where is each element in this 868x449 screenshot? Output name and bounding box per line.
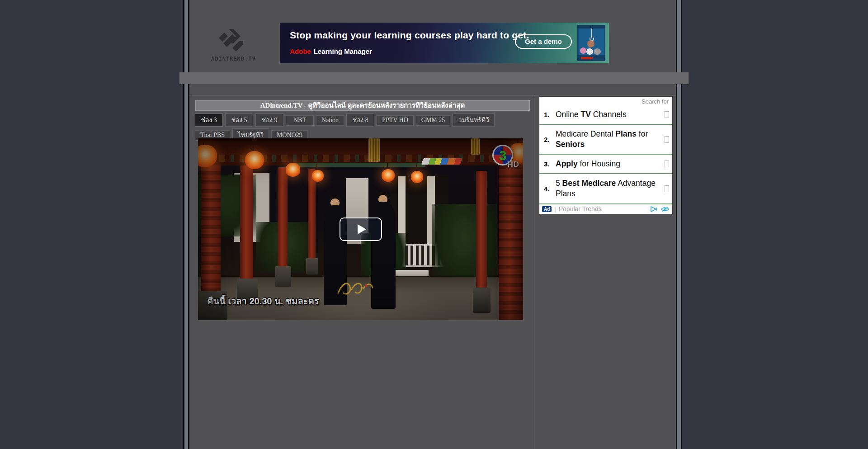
lantern	[312, 170, 324, 182]
column-pedestal	[306, 258, 318, 274]
chevron-right-icon	[665, 111, 669, 118]
lantern	[286, 163, 300, 177]
main-column: ADintrend.TV - ดูทีวีออนไลน์ ดูละครย้อนห…	[189, 95, 534, 449]
page-title: ADintrend.TV - ดูทีวีออนไลน์ ดูละครย้อนห…	[195, 100, 530, 111]
video-caption: คืนนี้ เวลา 20.30 น. ชมละคร	[207, 294, 319, 308]
drama-title-logo	[335, 278, 375, 298]
chevron-right-icon	[665, 185, 669, 192]
lantern	[411, 171, 423, 183]
channel-tab[interactable]: ช่อง 5	[225, 113, 253, 127]
play-button[interactable]	[340, 217, 382, 241]
channel-tab[interactable]: PPTV HD	[377, 115, 414, 126]
red-column	[476, 171, 487, 291]
channel-tab[interactable]: NBT	[286, 115, 314, 126]
page: ADINTREND.TV Stop making your learning c…	[0, 0, 868, 449]
channel-tabs: ช่อง 3ช่อง 5ช่อง 9NBTNationช่อง 8PPTV HD…	[195, 113, 529, 142]
content-row: ADintrend.TV - ดูทีวีออนไลน์ ดูละครย้อนห…	[189, 95, 676, 449]
banner-brand-line: AdobeLearning Manager	[290, 47, 372, 55]
ad-list-item[interactable]: 4.5 Best Medicare Advantage Plans	[539, 173, 672, 203]
ad-footer-divider: |	[554, 206, 556, 213]
banner-headline: Stop making your learning courses play h…	[290, 30, 529, 41]
ad-item-number: 1.	[544, 111, 556, 118]
video-player[interactable]: 3 HD คืนนี้ เวลา 20.30 น. ชมละคร	[198, 138, 523, 320]
scene-beam	[289, 163, 425, 167]
popular-trends-label: Popular Trends	[559, 205, 650, 213]
red-column	[278, 167, 288, 269]
ad-badge: Ad	[542, 206, 552, 212]
channel-tab[interactable]: ช่อง 8	[346, 113, 374, 127]
ad-list-item[interactable]: 1.Online TV Channels	[539, 105, 672, 124]
ad-item-text: 5 Best Medicare Advantage Plans	[556, 178, 662, 199]
gold-tassel	[368, 138, 379, 162]
site-logo-icon	[217, 28, 245, 54]
red-column	[201, 162, 221, 298]
lantern	[382, 169, 395, 182]
adchoices-icon[interactable]	[650, 206, 658, 213]
red-column	[499, 156, 523, 320]
channel-tab[interactable]: ช่อง 3	[195, 113, 223, 127]
banner-product: Learning Manager	[314, 47, 372, 55]
ad-list-item[interactable]: 3.Apply for Housing	[539, 154, 672, 173]
gold-tassel	[471, 138, 480, 155]
channel-tab[interactable]: Nation	[316, 115, 344, 126]
sidebar-ad: Search for 1.Online TV Channels2.Medicar…	[539, 96, 673, 214]
ad-banner-leaderboard[interactable]: Stop making your learning courses play h…	[280, 23, 609, 63]
red-column	[240, 165, 253, 282]
channel-tab[interactable]: GMM 25	[416, 115, 451, 126]
ad-item-number: 3.	[544, 160, 556, 168]
sidebar-column: Search for 1.Online TV Channels2.Medicar…	[534, 95, 676, 449]
nav-menu-band	[179, 72, 689, 84]
lantern	[245, 151, 264, 169]
hide-ad-eye-icon[interactable]	[660, 206, 670, 213]
play-icon	[358, 224, 366, 234]
column-pedestal	[275, 266, 291, 286]
scene-bush	[432, 204, 497, 288]
chevron-right-icon	[665, 136, 669, 143]
ad-item-number: 2.	[544, 136, 556, 143]
ad-item-text: Online TV Channels	[556, 109, 662, 120]
site-logo[interactable]: ADINTREND.TV	[211, 28, 251, 67]
channel-ident-strip	[421, 158, 462, 165]
get-demo-button[interactable]: Get a demo	[515, 34, 572, 49]
ad-item-number: 4.	[544, 185, 556, 193]
site-logo-text: ADINTREND.TV	[211, 56, 251, 62]
search-for-label: Search for	[539, 97, 672, 105]
ad-footer: Ad | Popular Trends	[539, 203, 672, 214]
content-column: ADINTREND.TV Stop making your learning c…	[189, 0, 676, 449]
column-pedestal	[473, 288, 491, 313]
ad-item-text: Apply for Housing	[556, 159, 662, 169]
claw-machine-image	[577, 25, 605, 61]
ad-items: 1.Online TV Channels2.Medicare Dental Pl…	[539, 105, 672, 203]
page-frame: ADINTREND.TV Stop making your learning c…	[183, 0, 682, 449]
ad-item-text: Medicare Dental Plans for Seniors	[556, 129, 662, 150]
channel-tab[interactable]: อมรินทร์ทีวี	[453, 113, 495, 127]
adobe-logo: Adobe	[290, 47, 311, 55]
scene-bench	[393, 270, 429, 276]
ad-list-item[interactable]: 2.Medicare Dental Plans for Seniors	[539, 124, 672, 154]
chevron-right-icon	[665, 161, 669, 167]
red-column	[308, 169, 316, 260]
channel-tab[interactable]: ช่อง 9	[255, 113, 283, 127]
channel3-hd-label: HD	[507, 160, 519, 169]
